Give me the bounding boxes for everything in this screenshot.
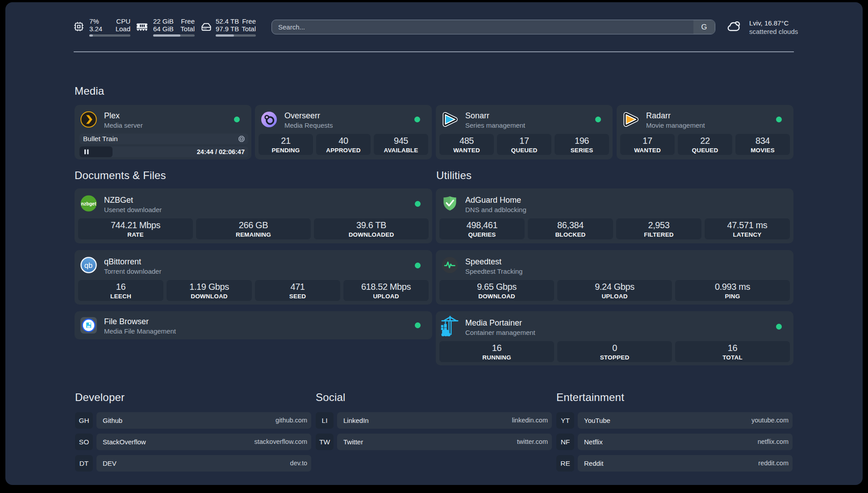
svg-text:qb: qb (84, 261, 92, 269)
svg-text:nzbget: nzbget (81, 201, 96, 206)
